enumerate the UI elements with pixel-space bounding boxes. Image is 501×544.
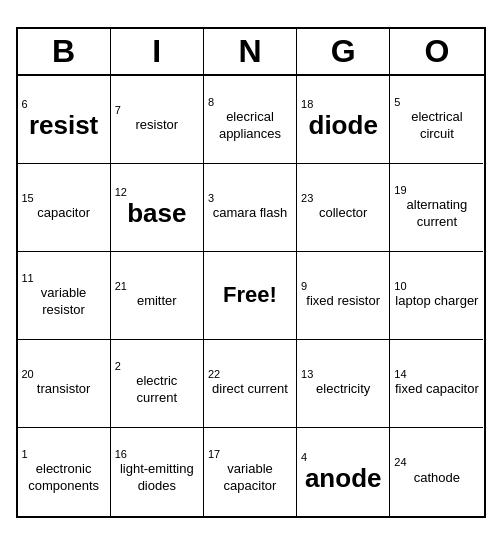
cell-number: 1	[22, 448, 28, 461]
cell-text: electrical circuit	[394, 109, 479, 143]
bingo-cell: 15capacitor	[18, 164, 111, 252]
header-letter: G	[297, 29, 390, 74]
header-letter: N	[204, 29, 297, 74]
cell-text: resist	[29, 111, 98, 140]
cell-number: 24	[394, 456, 406, 469]
header-letter: I	[111, 29, 204, 74]
bingo-cell: 11variable resistor	[18, 252, 111, 340]
header-letter: B	[18, 29, 111, 74]
cell-number: 4	[301, 451, 307, 464]
cell-text: laptop charger	[395, 293, 478, 310]
bingo-cell: 10laptop charger	[390, 252, 483, 340]
cell-number: 23	[301, 192, 313, 205]
cell-text: variable capacitor	[208, 461, 292, 495]
cell-text: cathode	[414, 470, 460, 487]
cell-number: 22	[208, 368, 220, 381]
bingo-cell: 4anode	[297, 428, 390, 516]
cell-number: 13	[301, 368, 313, 381]
bingo-cell: 12base	[111, 164, 204, 252]
bingo-cell: 21emitter	[111, 252, 204, 340]
cell-number: 11	[22, 272, 34, 285]
cell-number: 12	[115, 186, 127, 199]
cell-number: 14	[394, 368, 406, 381]
bingo-card: BINGO 6resist7resistor8elecrical applian…	[16, 27, 486, 518]
free-space: Free!	[223, 282, 277, 308]
bingo-cell: 13electricity	[297, 340, 390, 428]
bingo-cell: 16light-emitting diodes	[111, 428, 204, 516]
bingo-cell: 6resist	[18, 76, 111, 164]
cell-text: elecrical appliances	[208, 109, 292, 143]
cell-text: capacitor	[37, 205, 90, 222]
bingo-cell: 23collector	[297, 164, 390, 252]
cell-number: 2	[115, 360, 121, 373]
bingo-cell: 1electronic components	[18, 428, 111, 516]
cell-text: electric current	[115, 373, 199, 407]
cell-number: 6	[22, 98, 28, 111]
bingo-cell: Free!	[204, 252, 297, 340]
bingo-cell: 20transistor	[18, 340, 111, 428]
bingo-grid: 6resist7resistor8elecrical appliances18d…	[18, 76, 484, 516]
header-letter: O	[390, 29, 483, 74]
cell-number: 8	[208, 96, 214, 109]
bingo-cell: 2electric current	[111, 340, 204, 428]
cell-number: 21	[115, 280, 127, 293]
bingo-cell: 7resistor	[111, 76, 204, 164]
cell-text: transistor	[37, 381, 90, 398]
cell-text: emitter	[137, 293, 177, 310]
cell-text: fixed capacitor	[395, 381, 479, 398]
bingo-cell: 5electrical circuit	[390, 76, 483, 164]
cell-number: 7	[115, 104, 121, 117]
cell-text: diode	[309, 111, 378, 140]
cell-number: 9	[301, 280, 307, 293]
cell-number: 16	[115, 448, 127, 461]
cell-number: 10	[394, 280, 406, 293]
bingo-cell: 17variable capacitor	[204, 428, 297, 516]
cell-text: direct current	[212, 381, 288, 398]
cell-number: 17	[208, 448, 220, 461]
cell-number: 20	[22, 368, 34, 381]
bingo-cell: 24cathode	[390, 428, 483, 516]
bingo-cell: 8elecrical appliances	[204, 76, 297, 164]
cell-number: 19	[394, 184, 406, 197]
cell-text: fixed resistor	[306, 293, 380, 310]
cell-text: camara flash	[213, 205, 287, 222]
cell-text: electronic components	[22, 461, 106, 495]
bingo-cell: 14fixed capacitor	[390, 340, 483, 428]
cell-text: resistor	[135, 117, 178, 134]
cell-text: variable resistor	[22, 285, 106, 319]
cell-number: 3	[208, 192, 214, 205]
bingo-cell: 3camara flash	[204, 164, 297, 252]
cell-text: anode	[305, 464, 382, 493]
cell-text: light-emitting diodes	[115, 461, 199, 495]
cell-text: base	[127, 199, 186, 228]
cell-text: electricity	[316, 381, 370, 398]
bingo-header: BINGO	[18, 29, 484, 76]
bingo-cell: 22direct current	[204, 340, 297, 428]
bingo-cell: 19alternating current	[390, 164, 483, 252]
cell-number: 15	[22, 192, 34, 205]
cell-text: collector	[319, 205, 367, 222]
bingo-cell: 18diode	[297, 76, 390, 164]
bingo-cell: 9fixed resistor	[297, 252, 390, 340]
cell-number: 5	[394, 96, 400, 109]
cell-text: alternating current	[394, 197, 479, 231]
